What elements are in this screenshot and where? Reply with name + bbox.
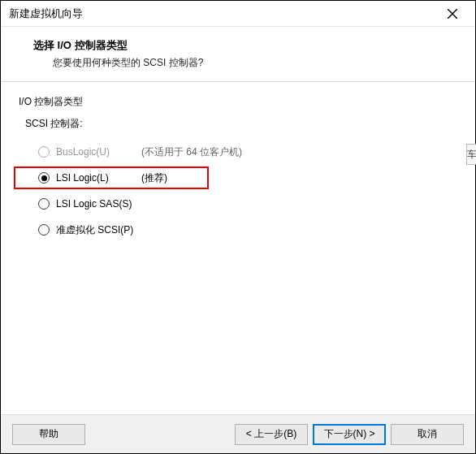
option-lsi-logic-sas[interactable]: LSI Logic SAS(S) xyxy=(38,194,457,214)
group-label: I/O 控制器类型 xyxy=(19,95,457,109)
option-lsi-logic[interactable]: LSI Logic(L) (推荐) xyxy=(38,168,457,188)
close-button[interactable] xyxy=(436,4,469,24)
close-icon xyxy=(448,9,457,19)
back-button[interactable]: < 上一步(B) xyxy=(235,424,308,445)
next-button[interactable]: 下一步(N) > xyxy=(313,424,386,445)
cancel-button[interactable]: 取消 xyxy=(391,424,464,445)
wizard-footer: 帮助 < 上一步(B) 下一步(N) > 取消 xyxy=(1,414,475,453)
options-container: BusLogic(U) (不适用于 64 位客户机) LSI Logic(L) … xyxy=(19,142,457,240)
subheading: 您要使用何种类型的 SCSI 控制器? xyxy=(33,56,462,70)
option-label: LSI Logic(L) xyxy=(56,172,141,184)
wizard-header: 选择 I/O 控制器类型 您要使用何种类型的 SCSI 控制器? xyxy=(1,27,475,82)
wizard-body: I/O 控制器类型 SCSI 控制器: BusLogic(U) (不适用于 64… xyxy=(1,82,475,414)
option-label: BusLogic(U) xyxy=(56,146,141,158)
wizard-window: 新建虚拟机向导 选择 I/O 控制器类型 您要使用何种类型的 SCSI 控制器?… xyxy=(0,0,476,454)
option-paravirtual-scsi[interactable]: 准虚拟化 SCSI(P) xyxy=(38,220,457,240)
help-button[interactable]: 帮助 xyxy=(12,424,85,445)
radio-icon xyxy=(38,224,50,236)
option-label: 准虚拟化 SCSI(P) xyxy=(56,223,141,237)
option-label: LSI Logic SAS(S) xyxy=(56,198,141,210)
subgroup-label: SCSI 控制器: xyxy=(19,117,457,131)
titlebar: 新建虚拟机向导 xyxy=(1,1,475,27)
option-note: (推荐) xyxy=(141,171,167,185)
radio-icon xyxy=(38,146,50,158)
option-buslogic: BusLogic(U) (不适用于 64 位客户机) xyxy=(38,142,457,162)
radio-icon xyxy=(38,172,50,184)
heading: 选择 I/O 控制器类型 xyxy=(33,38,462,53)
option-note: (不适用于 64 位客户机) xyxy=(141,145,242,159)
radio-icon xyxy=(38,198,50,210)
window-title: 新建虚拟机向导 xyxy=(9,6,436,21)
edge-fragment: 车 xyxy=(466,144,476,165)
